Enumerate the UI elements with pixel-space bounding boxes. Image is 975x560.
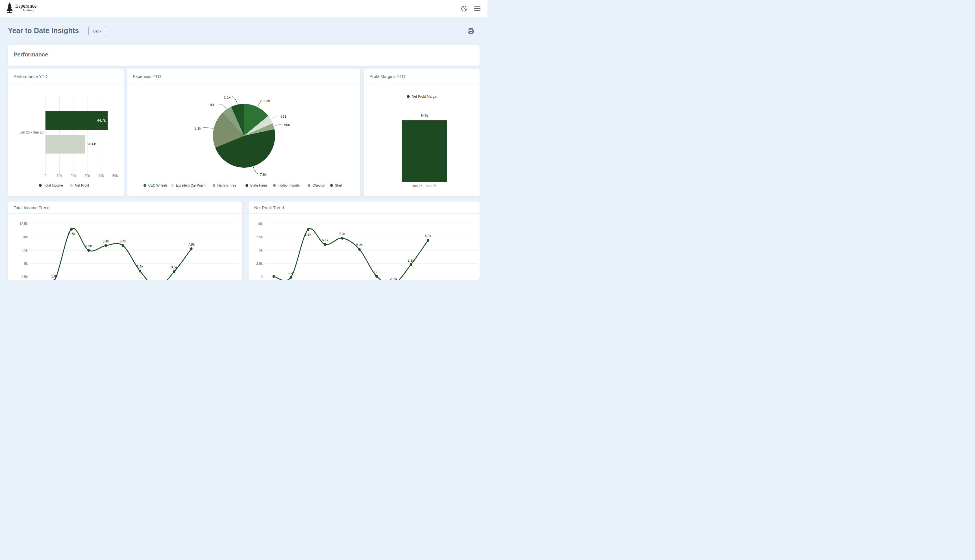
svg-text:7.3k: 7.3k xyxy=(339,232,346,236)
moon-stars-icon xyxy=(461,5,468,12)
legend-item-expense[interactable]: Shell xyxy=(330,183,342,187)
brand-name: Esperance xyxy=(15,3,37,8)
svg-text:7.5k: 7.5k xyxy=(256,235,263,239)
pine-tree-icon xyxy=(6,2,13,13)
svg-text:801: 801 xyxy=(210,103,216,107)
data-point[interactable] xyxy=(190,247,193,250)
svg-text:CEC Wheels: CEC Wheels xyxy=(148,183,168,187)
svg-text:1.8k: 1.8k xyxy=(51,274,58,278)
data-point[interactable] xyxy=(341,237,344,240)
svg-text:Total Income: Total Income xyxy=(44,183,63,187)
legend-item-expense[interactable]: Excellent Car Wash xyxy=(171,183,205,187)
svg-text:7.6k: 7.6k xyxy=(260,173,267,177)
section-title: Performance xyxy=(13,52,48,58)
legend-item-expense[interactable]: State Farm xyxy=(245,183,267,187)
svg-text:3.6k: 3.6k xyxy=(137,265,144,269)
data-point[interactable] xyxy=(307,228,309,231)
legend-item-margin[interactable]: Net Profit Margin xyxy=(407,95,437,98)
hamburger-menu-button[interactable] xyxy=(474,5,481,13)
svg-text:64%: 64% xyxy=(421,114,427,118)
profit-margins-ytd-title: Profit Margins YTD xyxy=(364,69,479,84)
menu-icon xyxy=(474,5,481,12)
net-profit-trend-card: Net Profit Trend 02.5k5k7.5k10k-848.9k6.… xyxy=(249,202,479,280)
svg-text:Harry's Tires: Harry's Tires xyxy=(217,183,236,187)
data-point[interactable] xyxy=(173,270,176,273)
print-button[interactable] xyxy=(467,27,474,35)
svg-text:7.5k: 7.5k xyxy=(21,248,28,252)
data-point[interactable] xyxy=(122,244,124,247)
pie-label-line xyxy=(271,116,279,119)
net-profit-trend-title: Net Profit Trend xyxy=(249,202,479,214)
dark-mode-toggle[interactable] xyxy=(461,5,468,12)
brand-text: Esperance Advisory xyxy=(15,3,37,12)
data-point[interactable] xyxy=(427,239,429,242)
expenses-ytd-chart: 2.3k6915007.6k3.1k8011.1kCEC WheelsExcel… xyxy=(127,84,361,197)
trend-line xyxy=(274,228,428,280)
data-point[interactable] xyxy=(358,248,361,251)
svg-text:State Farm: State Farm xyxy=(250,183,267,187)
data-point[interactable] xyxy=(105,244,107,247)
expenses-ytd-title: Expenses YTD xyxy=(127,69,361,84)
net-profit-trend-chart: 02.5k5k7.5k10k-848.9k6.1k7.3k5.2k129-1.3… xyxy=(249,214,479,280)
svg-text:-1.3k: -1.3k xyxy=(390,277,398,280)
svg-text:8.4k: 8.4k xyxy=(120,239,127,243)
svg-text:1.1k: 1.1k xyxy=(224,95,230,99)
pie-label-line xyxy=(217,104,227,109)
svg-text:0: 0 xyxy=(45,174,47,178)
svg-text:-84: -84 xyxy=(288,271,294,275)
svg-text:Jan 25 - Sep 25: Jan 25 - Sep 25 xyxy=(20,130,43,134)
data-point[interactable] xyxy=(324,243,327,246)
svg-text:6.1k: 6.1k xyxy=(322,238,329,242)
data-point[interactable] xyxy=(289,276,292,279)
total-income-trend-chart: 2.5k5k7.5k10k12.5k1.8k11.5k7.5k8.4k8.4k3… xyxy=(8,214,242,280)
svg-text:Net Profit Margin: Net Profit Margin xyxy=(412,95,437,98)
data-point[interactable] xyxy=(70,228,73,231)
svg-text:7.8k: 7.8k xyxy=(188,242,195,247)
svg-text:11.5k: 11.5k xyxy=(67,232,76,236)
legend-item-perf[interactable]: Net Profit xyxy=(70,183,89,187)
printer-icon xyxy=(467,27,474,35)
data-point[interactable] xyxy=(376,275,378,278)
data-point[interactable] xyxy=(88,249,90,252)
pie-label-line xyxy=(274,124,282,126)
back-button[interactable]: Back xyxy=(88,26,106,36)
performance-ytd-chart: 010k20k30k40k50k44.7k28.6kJan 25 - Sep 2… xyxy=(8,84,124,197)
data-point[interactable] xyxy=(272,275,275,278)
svg-text:20k: 20k xyxy=(71,174,76,178)
svg-text:12.5k: 12.5k xyxy=(20,222,28,226)
svg-text:50k: 50k xyxy=(112,174,118,178)
legend-item-expense[interactable]: Trofeo Imports xyxy=(273,183,300,187)
data-point[interactable] xyxy=(409,263,412,267)
svg-text:10k: 10k xyxy=(22,235,28,239)
legend-item-expense[interactable]: Harry's Tires xyxy=(213,183,236,187)
pie-label-line xyxy=(203,128,214,129)
svg-text:2.3k: 2.3k xyxy=(407,258,414,262)
profit-margins-ytd-card: Profit Margins YTD Net Profit Margin64%J… xyxy=(364,69,479,197)
svg-text:2.5k: 2.5k xyxy=(21,275,28,279)
performance-ytd-card: Performance YTD 010k20k30k40k50k44.7k28.… xyxy=(8,69,124,197)
dashboard-page: Esperance Advisory xyxy=(0,0,488,280)
data-point[interactable] xyxy=(139,270,141,273)
legend-item-perf[interactable]: Total Income xyxy=(39,183,63,187)
brand-subname: Advisory xyxy=(23,9,37,12)
bar-net-profit-margin[interactable] xyxy=(402,120,447,182)
pie-label-line xyxy=(232,97,237,105)
svg-text:5k: 5k xyxy=(24,262,28,266)
pie-label-line xyxy=(257,100,262,107)
bar-net-profit[interactable] xyxy=(45,135,85,153)
svg-text:7.5k: 7.5k xyxy=(85,244,92,248)
total-income-trend-title: Total Income Trend xyxy=(8,202,242,214)
total-income-trend-card: Total Income Trend 2.5k5k7.5k10k12.5k1.8… xyxy=(8,202,242,280)
svg-text:28.6k: 28.6k xyxy=(87,142,96,146)
svg-text:500: 500 xyxy=(284,123,290,127)
brand-logo[interactable]: Esperance Advisory xyxy=(6,2,37,13)
svg-text:6.9k: 6.9k xyxy=(425,234,432,238)
trend-line xyxy=(37,228,191,280)
svg-text:3.1k: 3.1k xyxy=(194,127,201,130)
pie-label-line xyxy=(253,167,258,174)
legend-item-expense[interactable]: CEC Wheels xyxy=(144,183,167,187)
legend-item-expense[interactable]: Chevron xyxy=(308,183,326,187)
svg-text:3.5k: 3.5k xyxy=(171,265,178,269)
svg-text:691: 691 xyxy=(280,115,286,118)
expenses-ytd-card: Expenses YTD 2.3k6915007.6k3.1k8011.1kCE… xyxy=(127,69,361,197)
